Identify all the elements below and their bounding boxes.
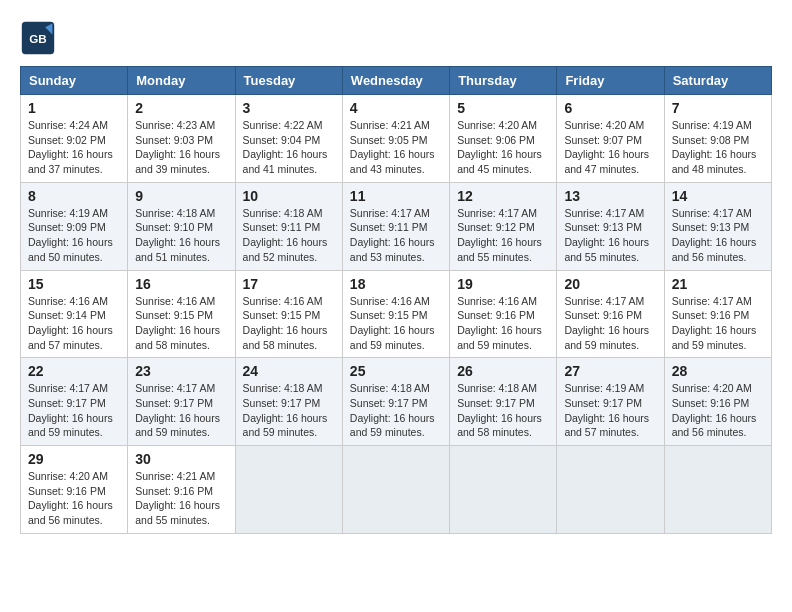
calendar-cell: 2 Sunrise: 4:23 AMSunset: 9:03 PMDayligh… bbox=[128, 95, 235, 183]
day-number: 4 bbox=[350, 100, 442, 116]
svg-text:GB: GB bbox=[29, 32, 47, 45]
day-number: 6 bbox=[564, 100, 656, 116]
calendar-cell: 20 Sunrise: 4:17 AMSunset: 9:16 PMDaylig… bbox=[557, 270, 664, 358]
calendar-cell: 30 Sunrise: 4:21 AMSunset: 9:16 PMDaylig… bbox=[128, 446, 235, 534]
day-number: 17 bbox=[243, 276, 335, 292]
day-info: Sunrise: 4:17 AMSunset: 9:17 PMDaylight:… bbox=[135, 382, 220, 438]
calendar-week-1: 1 Sunrise: 4:24 AMSunset: 9:02 PMDayligh… bbox=[21, 95, 772, 183]
day-info: Sunrise: 4:22 AMSunset: 9:04 PMDaylight:… bbox=[243, 119, 328, 175]
calendar-cell: 16 Sunrise: 4:16 AMSunset: 9:15 PMDaylig… bbox=[128, 270, 235, 358]
day-number: 27 bbox=[564, 363, 656, 379]
day-number: 29 bbox=[28, 451, 120, 467]
day-info: Sunrise: 4:16 AMSunset: 9:15 PMDaylight:… bbox=[135, 295, 220, 351]
day-info: Sunrise: 4:19 AMSunset: 9:17 PMDaylight:… bbox=[564, 382, 649, 438]
calendar-cell: 21 Sunrise: 4:17 AMSunset: 9:16 PMDaylig… bbox=[664, 270, 771, 358]
calendar-cell: 5 Sunrise: 4:20 AMSunset: 9:06 PMDayligh… bbox=[450, 95, 557, 183]
day-number: 13 bbox=[564, 188, 656, 204]
day-info: Sunrise: 4:24 AMSunset: 9:02 PMDaylight:… bbox=[28, 119, 113, 175]
day-number: 3 bbox=[243, 100, 335, 116]
page-header: GB bbox=[20, 20, 772, 56]
day-info: Sunrise: 4:18 AMSunset: 9:17 PMDaylight:… bbox=[350, 382, 435, 438]
day-number: 11 bbox=[350, 188, 442, 204]
calendar-cell: 4 Sunrise: 4:21 AMSunset: 9:05 PMDayligh… bbox=[342, 95, 449, 183]
calendar-cell: 28 Sunrise: 4:20 AMSunset: 9:16 PMDaylig… bbox=[664, 358, 771, 446]
col-header-saturday: Saturday bbox=[664, 67, 771, 95]
day-number: 23 bbox=[135, 363, 227, 379]
day-number: 7 bbox=[672, 100, 764, 116]
day-number: 20 bbox=[564, 276, 656, 292]
day-number: 14 bbox=[672, 188, 764, 204]
day-info: Sunrise: 4:19 AMSunset: 9:08 PMDaylight:… bbox=[672, 119, 757, 175]
day-number: 1 bbox=[28, 100, 120, 116]
calendar-cell: 18 Sunrise: 4:16 AMSunset: 9:15 PMDaylig… bbox=[342, 270, 449, 358]
calendar-cell bbox=[235, 446, 342, 534]
day-number: 12 bbox=[457, 188, 549, 204]
day-info: Sunrise: 4:16 AMSunset: 9:15 PMDaylight:… bbox=[350, 295, 435, 351]
calendar-cell bbox=[342, 446, 449, 534]
calendar-cell: 6 Sunrise: 4:20 AMSunset: 9:07 PMDayligh… bbox=[557, 95, 664, 183]
calendar-cell: 3 Sunrise: 4:22 AMSunset: 9:04 PMDayligh… bbox=[235, 95, 342, 183]
day-info: Sunrise: 4:18 AMSunset: 9:17 PMDaylight:… bbox=[457, 382, 542, 438]
day-info: Sunrise: 4:17 AMSunset: 9:12 PMDaylight:… bbox=[457, 207, 542, 263]
day-number: 28 bbox=[672, 363, 764, 379]
calendar-cell: 26 Sunrise: 4:18 AMSunset: 9:17 PMDaylig… bbox=[450, 358, 557, 446]
day-info: Sunrise: 4:20 AMSunset: 9:07 PMDaylight:… bbox=[564, 119, 649, 175]
logo: GB bbox=[20, 20, 60, 56]
day-info: Sunrise: 4:20 AMSunset: 9:16 PMDaylight:… bbox=[672, 382, 757, 438]
day-number: 30 bbox=[135, 451, 227, 467]
calendar-cell: 27 Sunrise: 4:19 AMSunset: 9:17 PMDaylig… bbox=[557, 358, 664, 446]
col-header-thursday: Thursday bbox=[450, 67, 557, 95]
day-number: 5 bbox=[457, 100, 549, 116]
calendar-cell: 8 Sunrise: 4:19 AMSunset: 9:09 PMDayligh… bbox=[21, 182, 128, 270]
day-info: Sunrise: 4:18 AMSunset: 9:17 PMDaylight:… bbox=[243, 382, 328, 438]
calendar-cell: 25 Sunrise: 4:18 AMSunset: 9:17 PMDaylig… bbox=[342, 358, 449, 446]
day-info: Sunrise: 4:16 AMSunset: 9:14 PMDaylight:… bbox=[28, 295, 113, 351]
day-number: 18 bbox=[350, 276, 442, 292]
calendar-week-3: 15 Sunrise: 4:16 AMSunset: 9:14 PMDaylig… bbox=[21, 270, 772, 358]
calendar-week-4: 22 Sunrise: 4:17 AMSunset: 9:17 PMDaylig… bbox=[21, 358, 772, 446]
calendar-table: SundayMondayTuesdayWednesdayThursdayFrid… bbox=[20, 66, 772, 534]
calendar-cell: 15 Sunrise: 4:16 AMSunset: 9:14 PMDaylig… bbox=[21, 270, 128, 358]
calendar-cell bbox=[557, 446, 664, 534]
calendar-cell bbox=[664, 446, 771, 534]
calendar-cell: 10 Sunrise: 4:18 AMSunset: 9:11 PMDaylig… bbox=[235, 182, 342, 270]
day-number: 9 bbox=[135, 188, 227, 204]
logo-icon: GB bbox=[20, 20, 56, 56]
calendar-cell: 12 Sunrise: 4:17 AMSunset: 9:12 PMDaylig… bbox=[450, 182, 557, 270]
col-header-sunday: Sunday bbox=[21, 67, 128, 95]
day-info: Sunrise: 4:17 AMSunset: 9:16 PMDaylight:… bbox=[564, 295, 649, 351]
day-info: Sunrise: 4:17 AMSunset: 9:13 PMDaylight:… bbox=[564, 207, 649, 263]
day-info: Sunrise: 4:20 AMSunset: 9:06 PMDaylight:… bbox=[457, 119, 542, 175]
calendar-cell: 11 Sunrise: 4:17 AMSunset: 9:11 PMDaylig… bbox=[342, 182, 449, 270]
calendar-cell: 19 Sunrise: 4:16 AMSunset: 9:16 PMDaylig… bbox=[450, 270, 557, 358]
day-info: Sunrise: 4:16 AMSunset: 9:15 PMDaylight:… bbox=[243, 295, 328, 351]
day-info: Sunrise: 4:16 AMSunset: 9:16 PMDaylight:… bbox=[457, 295, 542, 351]
col-header-friday: Friday bbox=[557, 67, 664, 95]
day-info: Sunrise: 4:20 AMSunset: 9:16 PMDaylight:… bbox=[28, 470, 113, 526]
calendar-cell: 22 Sunrise: 4:17 AMSunset: 9:17 PMDaylig… bbox=[21, 358, 128, 446]
calendar-cell bbox=[450, 446, 557, 534]
calendar-cell: 23 Sunrise: 4:17 AMSunset: 9:17 PMDaylig… bbox=[128, 358, 235, 446]
day-info: Sunrise: 4:17 AMSunset: 9:17 PMDaylight:… bbox=[28, 382, 113, 438]
col-header-tuesday: Tuesday bbox=[235, 67, 342, 95]
day-info: Sunrise: 4:23 AMSunset: 9:03 PMDaylight:… bbox=[135, 119, 220, 175]
calendar-cell: 13 Sunrise: 4:17 AMSunset: 9:13 PMDaylig… bbox=[557, 182, 664, 270]
day-number: 8 bbox=[28, 188, 120, 204]
day-info: Sunrise: 4:18 AMSunset: 9:11 PMDaylight:… bbox=[243, 207, 328, 263]
day-number: 26 bbox=[457, 363, 549, 379]
day-number: 25 bbox=[350, 363, 442, 379]
day-number: 10 bbox=[243, 188, 335, 204]
day-number: 15 bbox=[28, 276, 120, 292]
day-number: 21 bbox=[672, 276, 764, 292]
calendar-cell: 9 Sunrise: 4:18 AMSunset: 9:10 PMDayligh… bbox=[128, 182, 235, 270]
calendar-week-5: 29 Sunrise: 4:20 AMSunset: 9:16 PMDaylig… bbox=[21, 446, 772, 534]
day-info: Sunrise: 4:17 AMSunset: 9:11 PMDaylight:… bbox=[350, 207, 435, 263]
calendar-week-2: 8 Sunrise: 4:19 AMSunset: 9:09 PMDayligh… bbox=[21, 182, 772, 270]
day-info: Sunrise: 4:17 AMSunset: 9:16 PMDaylight:… bbox=[672, 295, 757, 351]
day-number: 22 bbox=[28, 363, 120, 379]
calendar-header-row: SundayMondayTuesdayWednesdayThursdayFrid… bbox=[21, 67, 772, 95]
calendar-cell: 7 Sunrise: 4:19 AMSunset: 9:08 PMDayligh… bbox=[664, 95, 771, 183]
col-header-wednesday: Wednesday bbox=[342, 67, 449, 95]
calendar-cell: 1 Sunrise: 4:24 AMSunset: 9:02 PMDayligh… bbox=[21, 95, 128, 183]
day-number: 24 bbox=[243, 363, 335, 379]
